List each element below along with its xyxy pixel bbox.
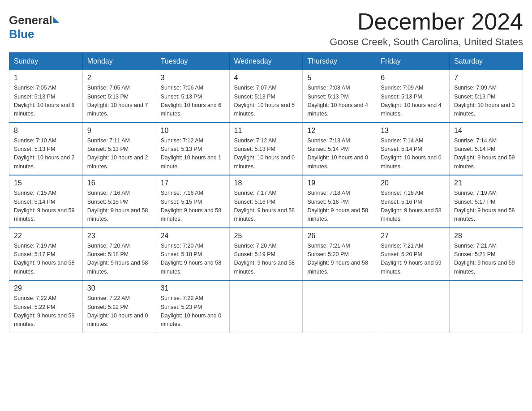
day-info: Sunrise: 7:10 AMSunset: 5:13 PMDaylight:… [14, 137, 78, 171]
table-row: 27 Sunrise: 7:21 AMSunset: 5:20 PMDaylig… [376, 228, 450, 281]
day-number: 18 [234, 179, 298, 187]
day-info: Sunrise: 7:08 AMSunset: 5:13 PMDaylight:… [307, 84, 371, 119]
day-number: 21 [454, 179, 518, 187]
logo-general-text: General [9, 13, 52, 27]
logo-triangle-icon [53, 17, 60, 23]
table-row: 28 Sunrise: 7:21 AMSunset: 5:21 PMDaylig… [450, 228, 523, 281]
day-info: Sunrise: 7:19 AMSunset: 5:17 PMDaylight:… [454, 189, 518, 224]
day-number: 4 [234, 74, 298, 82]
col-tuesday: Tuesday [156, 53, 229, 70]
day-info: Sunrise: 7:11 AMSunset: 5:13 PMDaylight:… [87, 137, 151, 171]
day-info: Sunrise: 7:09 AMSunset: 5:13 PMDaylight:… [381, 84, 445, 119]
day-number: 16 [87, 179, 151, 187]
day-info: Sunrise: 7:18 AMSunset: 5:16 PMDaylight:… [307, 189, 371, 224]
table-row: 30 Sunrise: 7:22 AMSunset: 5:22 PMDaylig… [82, 280, 156, 333]
day-info: Sunrise: 7:13 AMSunset: 5:14 PMDaylight:… [307, 137, 371, 171]
col-saturday: Saturday [450, 53, 523, 70]
day-number: 9 [87, 127, 151, 135]
day-number: 29 [14, 284, 78, 292]
day-info: Sunrise: 7:20 AMSunset: 5:18 PMDaylight:… [161, 242, 225, 277]
table-row: 7 Sunrise: 7:09 AMSunset: 5:13 PMDayligh… [450, 70, 523, 123]
table-row [303, 280, 376, 333]
calendar-week-row: 15 Sunrise: 7:15 AMSunset: 5:14 PMDaylig… [9, 175, 523, 228]
day-number: 20 [381, 179, 445, 187]
day-number: 27 [381, 232, 445, 240]
day-info: Sunrise: 7:07 AMSunset: 5:13 PMDaylight:… [234, 84, 298, 119]
table-row: 5 Sunrise: 7:08 AMSunset: 5:13 PMDayligh… [303, 70, 376, 123]
day-info: Sunrise: 7:09 AMSunset: 5:13 PMDaylight:… [454, 84, 518, 119]
day-info: Sunrise: 7:12 AMSunset: 5:13 PMDaylight:… [234, 137, 298, 171]
table-row: 12 Sunrise: 7:13 AMSunset: 5:14 PMDaylig… [303, 123, 376, 176]
day-info: Sunrise: 7:15 AMSunset: 5:14 PMDaylight:… [14, 189, 78, 224]
day-number: 1 [14, 74, 78, 82]
table-row: 8 Sunrise: 7:10 AMSunset: 5:13 PMDayligh… [9, 123, 83, 176]
day-number: 17 [161, 179, 225, 187]
table-row: 20 Sunrise: 7:18 AMSunset: 5:16 PMDaylig… [376, 175, 450, 228]
day-number: 11 [234, 127, 298, 135]
day-number: 6 [381, 74, 445, 82]
table-row: 1 Sunrise: 7:05 AMSunset: 5:13 PMDayligh… [9, 70, 83, 123]
calendar-week-row: 1 Sunrise: 7:05 AMSunset: 5:13 PMDayligh… [9, 70, 523, 123]
day-number: 2 [87, 74, 151, 82]
day-info: Sunrise: 7:22 AMSunset: 5:23 PMDaylight:… [161, 294, 225, 329]
table-row: 17 Sunrise: 7:16 AMSunset: 5:15 PMDaylig… [156, 175, 229, 228]
table-row: 29 Sunrise: 7:22 AMSunset: 5:22 PMDaylig… [9, 280, 83, 333]
day-info: Sunrise: 7:16 AMSunset: 5:15 PMDaylight:… [87, 189, 151, 224]
location-subtitle: Goose Creek, South Carolina, United Stat… [330, 36, 523, 48]
day-info: Sunrise: 7:05 AMSunset: 5:13 PMDaylight:… [14, 84, 78, 119]
table-row: 23 Sunrise: 7:20 AMSunset: 5:18 PMDaylig… [82, 228, 156, 281]
day-info: Sunrise: 7:21 AMSunset: 5:20 PMDaylight:… [381, 242, 445, 277]
day-number: 19 [307, 179, 371, 187]
table-row: 6 Sunrise: 7:09 AMSunset: 5:13 PMDayligh… [376, 70, 450, 123]
calendar-header-row: Sunday Monday Tuesday Wednesday Thursday… [9, 53, 523, 70]
day-number: 28 [454, 232, 518, 240]
month-title: December 2024 [330, 9, 523, 34]
day-number: 3 [161, 74, 225, 82]
day-number: 22 [14, 232, 78, 240]
day-number: 26 [307, 232, 371, 240]
table-row: 26 Sunrise: 7:21 AMSunset: 5:20 PMDaylig… [303, 228, 376, 281]
table-row: 22 Sunrise: 7:19 AMSunset: 5:17 PMDaylig… [9, 228, 83, 281]
day-info: Sunrise: 7:22 AMSunset: 5:22 PMDaylight:… [14, 294, 78, 329]
day-number: 7 [454, 74, 518, 82]
day-number: 30 [87, 284, 151, 292]
col-wednesday: Wednesday [229, 53, 303, 70]
table-row [376, 280, 450, 333]
day-info: Sunrise: 7:06 AMSunset: 5:13 PMDaylight:… [161, 84, 225, 119]
day-info: Sunrise: 7:19 AMSunset: 5:17 PMDaylight:… [14, 242, 78, 277]
title-section: December 2024 Goose Creek, South Carolin… [330, 9, 523, 48]
calendar-week-row: 22 Sunrise: 7:19 AMSunset: 5:17 PMDaylig… [9, 228, 523, 281]
day-number: 12 [307, 127, 371, 135]
day-number: 14 [454, 127, 518, 135]
day-info: Sunrise: 7:17 AMSunset: 5:16 PMDaylight:… [234, 189, 298, 224]
day-info: Sunrise: 7:16 AMSunset: 5:15 PMDaylight:… [161, 189, 225, 224]
day-info: Sunrise: 7:14 AMSunset: 5:14 PMDaylight:… [454, 137, 518, 171]
calendar-week-row: 29 Sunrise: 7:22 AMSunset: 5:22 PMDaylig… [9, 280, 523, 333]
day-number: 24 [161, 232, 225, 240]
table-row: 3 Sunrise: 7:06 AMSunset: 5:13 PMDayligh… [156, 70, 229, 123]
col-thursday: Thursday [303, 53, 376, 70]
table-row: 31 Sunrise: 7:22 AMSunset: 5:23 PMDaylig… [156, 280, 229, 333]
day-info: Sunrise: 7:22 AMSunset: 5:22 PMDaylight:… [87, 294, 151, 329]
table-row: 11 Sunrise: 7:12 AMSunset: 5:13 PMDaylig… [229, 123, 303, 176]
table-row: 15 Sunrise: 7:15 AMSunset: 5:14 PMDaylig… [9, 175, 83, 228]
col-monday: Monday [82, 53, 156, 70]
day-info: Sunrise: 7:20 AMSunset: 5:19 PMDaylight:… [234, 242, 298, 277]
day-number: 13 [381, 127, 445, 135]
table-row: 13 Sunrise: 7:14 AMSunset: 5:14 PMDaylig… [376, 123, 450, 176]
day-info: Sunrise: 7:05 AMSunset: 5:13 PMDaylight:… [87, 84, 151, 119]
day-number: 23 [87, 232, 151, 240]
day-number: 5 [307, 74, 371, 82]
day-number: 31 [161, 284, 225, 292]
col-sunday: Sunday [9, 53, 83, 70]
day-number: 10 [161, 127, 225, 135]
day-number: 25 [234, 232, 298, 240]
calendar-table: Sunday Monday Tuesday Wednesday Thursday… [9, 52, 523, 333]
table-row: 14 Sunrise: 7:14 AMSunset: 5:14 PMDaylig… [450, 123, 523, 176]
logo: General Blue [9, 9, 60, 41]
table-row: 18 Sunrise: 7:17 AMSunset: 5:16 PMDaylig… [229, 175, 303, 228]
table-row: 21 Sunrise: 7:19 AMSunset: 5:17 PMDaylig… [450, 175, 523, 228]
day-number: 15 [14, 179, 78, 187]
day-info: Sunrise: 7:21 AMSunset: 5:20 PMDaylight:… [307, 242, 371, 277]
table-row [229, 280, 303, 333]
